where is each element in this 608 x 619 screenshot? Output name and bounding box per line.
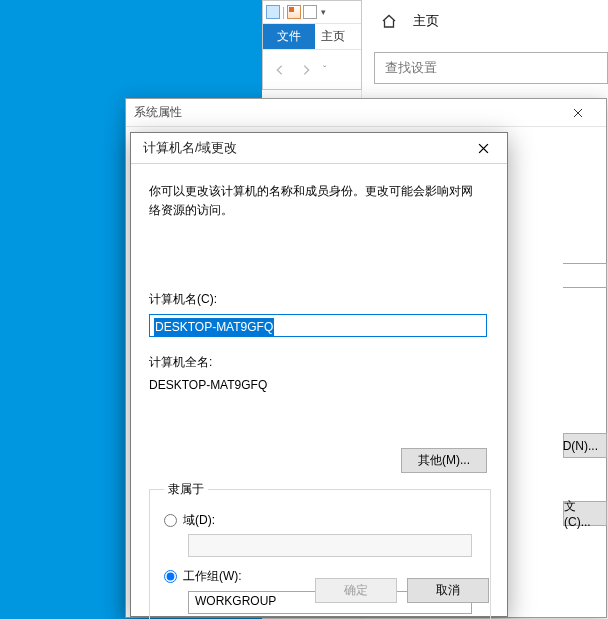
sysprops-textbox-fragment[interactable] [563,263,607,288]
full-computer-name-value: DESKTOP-MAT9GFQ [149,376,489,395]
dialog-close-button[interactable] [466,136,501,161]
qat-icon[interactable] [266,5,280,19]
qat-separator: | [282,5,285,19]
computer-name-input[interactable]: DESKTOP-MAT9GFQ [149,314,487,337]
dialog-description: 你可以更改该计算机的名称和成员身份。更改可能会影响对网络资源的访问。 [149,182,484,220]
workgroup-radio-label: 工作组(W): [183,567,242,586]
home-label: 主页 [413,12,439,30]
settings-search-input[interactable]: 查找设置 [374,52,608,84]
explorer-tab-file[interactable]: 文件 [263,24,315,49]
computer-name-value: DESKTOP-MAT9GFQ [154,318,274,337]
qat-icon[interactable] [287,5,301,19]
system-properties-title: 系统属性 [134,104,182,121]
full-computer-name-label: 计算机全名: [149,353,489,372]
domain-radio-label: 域(D): [183,511,215,530]
system-properties-close-button[interactable] [558,99,598,126]
workgroup-radio[interactable] [164,570,177,583]
explorer-navbar: ˇ [263,49,361,90]
home-icon [381,13,397,29]
sysprops-change-c-button[interactable]: 文(C)... [563,501,607,526]
qat-icon[interactable] [303,5,317,19]
explorer-tab-home[interactable]: 主页 [315,24,351,49]
member-of-legend: 隶属于 [164,480,208,499]
qat-overflow-icon[interactable]: ▾ [321,7,326,17]
cancel-button[interactable]: 取消 [407,578,489,603]
domain-input [188,534,472,557]
computer-name-domain-change-dialog: 计算机名/域更改 你可以更改该计算机的名称和成员身份。更改可能会影响对网络资源的… [130,132,508,617]
explorer-window: | ▾ 文件 主页 ˇ [262,0,362,90]
nav-back-icon[interactable] [271,61,289,79]
nav-history-icon[interactable]: ˇ [323,65,326,76]
dialog-title: 计算机名/域更改 [143,140,237,157]
ok-button[interactable]: 确定 [315,578,397,603]
computer-name-label: 计算机名(C): [149,290,489,309]
explorer-quick-access-toolbar: | ▾ [263,1,361,23]
settings-search-placeholder: 查找设置 [385,59,437,77]
domain-radio[interactable] [164,514,177,527]
nav-forward-icon[interactable] [297,61,315,79]
sysprops-change-dn-button[interactable]: D(N)... [563,433,607,458]
more-button[interactable]: 其他(M)... [401,448,487,473]
workgroup-input-value: WORKGROUP [195,592,276,611]
